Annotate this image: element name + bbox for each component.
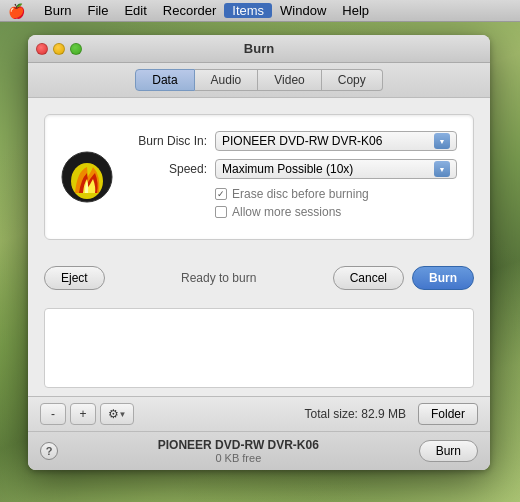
menu-file[interactable]: File xyxy=(79,3,116,18)
remove-item-button[interactable]: - xyxy=(40,403,66,425)
free-space: 0 KB free xyxy=(68,452,409,464)
speed-row: Speed: Maximum Possible (10x) xyxy=(127,159,457,179)
burn-button[interactable]: Burn xyxy=(412,266,474,290)
file-list[interactable] xyxy=(44,308,474,388)
gear-icon: ⚙ xyxy=(108,407,119,421)
menu-edit[interactable]: Edit xyxy=(116,3,154,18)
main-window: Burn Data Audio Video Copy xyxy=(28,35,490,470)
folder-button[interactable]: Folder xyxy=(418,403,478,425)
menu-window[interactable]: Window xyxy=(272,3,334,18)
menu-help[interactable]: Help xyxy=(334,3,377,18)
help-button[interactable]: ? xyxy=(40,442,58,460)
tab-copy[interactable]: Copy xyxy=(322,69,383,91)
maximize-button[interactable] xyxy=(70,43,82,55)
dialog-buttons: Eject Ready to burn Cancel Burn xyxy=(28,256,490,300)
add-item-button[interactable]: + xyxy=(70,403,96,425)
dialog-content: Burn Disc In: PIONEER DVD-RW DVR-K06 Spe… xyxy=(28,98,490,256)
erase-row: Erase disc before burning xyxy=(215,187,457,201)
tab-video[interactable]: Video xyxy=(258,69,321,91)
burn-disc-arrow xyxy=(434,133,450,149)
erase-checkbox[interactable] xyxy=(215,188,227,200)
erase-label: Erase disc before burning xyxy=(232,187,369,201)
speed-label: Speed: xyxy=(127,162,207,176)
status-text: Ready to burn xyxy=(113,271,325,285)
menubar: 🍎 Burn File Edit Recorder Items Window H… xyxy=(0,0,520,22)
minimize-button[interactable] xyxy=(53,43,65,55)
close-button[interactable] xyxy=(36,43,48,55)
traffic-lights xyxy=(36,43,82,55)
burn-fields: Burn Disc In: PIONEER DVD-RW DVR-K06 Spe… xyxy=(127,131,457,223)
speed-select[interactable]: Maximum Possible (10x) xyxy=(215,159,457,179)
status-info: PIONEER DVD-RW DVR-K06 0 KB free xyxy=(68,438,409,464)
status-bar: ? PIONEER DVD-RW DVR-K06 0 KB free Burn xyxy=(28,431,490,470)
total-size-label: Total size: 82.9 MB xyxy=(138,407,414,421)
sessions-label: Allow more sessions xyxy=(232,205,341,219)
titlebar: Burn xyxy=(28,35,490,63)
tab-bar: Data Audio Video Copy xyxy=(28,63,490,98)
gear-button[interactable]: ⚙ ▼ xyxy=(100,403,134,425)
empty-area xyxy=(28,300,490,396)
speed-arrow xyxy=(434,161,450,177)
menu-recorder[interactable]: Recorder xyxy=(155,3,224,18)
bottom-toolbar: - + ⚙ ▼ Total size: 82.9 MB Folder xyxy=(28,396,490,431)
burn-disc-row: Burn Disc In: PIONEER DVD-RW DVR-K06 xyxy=(127,131,457,151)
burn-disc-select[interactable]: PIONEER DVD-RW DVR-K06 xyxy=(215,131,457,151)
menu-items[interactable]: Items xyxy=(224,3,272,18)
burn-row: Burn Disc In: PIONEER DVD-RW DVR-K06 Spe… xyxy=(61,131,457,223)
tab-audio[interactable]: Audio xyxy=(195,69,259,91)
eject-button[interactable]: Eject xyxy=(44,266,105,290)
menu-burn[interactable]: Burn xyxy=(36,3,79,18)
cancel-button[interactable]: Cancel xyxy=(333,266,404,290)
burn-disc-label: Burn Disc In: xyxy=(127,134,207,148)
apple-menu[interactable]: 🍎 xyxy=(8,3,24,19)
dialog-inner: Burn Disc In: PIONEER DVD-RW DVR-K06 Spe… xyxy=(44,114,474,240)
status-burn-button[interactable]: Burn xyxy=(419,440,478,462)
burn-icon xyxy=(61,151,113,203)
sessions-row: Allow more sessions xyxy=(215,205,457,219)
window-title: Burn xyxy=(244,41,274,56)
sessions-checkbox[interactable] xyxy=(215,206,227,218)
tab-data[interactable]: Data xyxy=(135,69,194,91)
device-name: PIONEER DVD-RW DVR-K06 xyxy=(68,438,409,452)
